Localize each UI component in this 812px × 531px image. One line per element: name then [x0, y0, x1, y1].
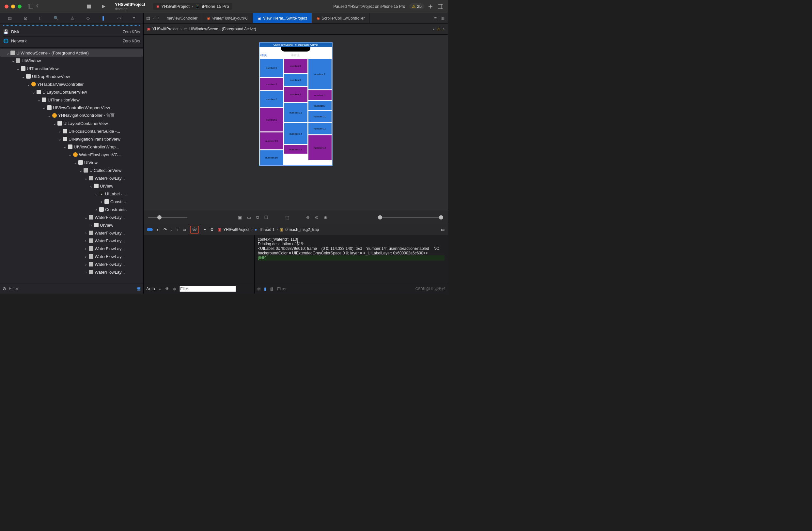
tree-node[interactable]: ⌄UIDropShadowView — [0, 72, 143, 80]
add-tab-icon[interactable] — [428, 4, 433, 9]
tree-node[interactable]: ›WaterFlowLay... — [0, 260, 143, 268]
next-issue-icon[interactable]: › — [443, 27, 445, 31]
zoom-slider[interactable] — [148, 217, 187, 218]
tree-node[interactable]: ›UIFocusContainerGuide -... — [0, 127, 143, 135]
report-nav-icon[interactable]: ≡ — [133, 16, 135, 20]
memory-graph-icon[interactable]: ⚭ — [203, 227, 206, 232]
disk-metric[interactable]: 💾 Disk Zero KB/s — [3, 28, 140, 35]
issue-nav-icon[interactable]: ⚠ — [71, 16, 74, 20]
tree-node[interactable]: ⌄UIView — [0, 159, 143, 166]
trash-icon[interactable]: 🗑 — [270, 286, 274, 291]
tree-node[interactable]: ⌄YHTabbarViewController — [0, 80, 143, 88]
scope-icon[interactable]: ▦ — [137, 286, 141, 291]
tab-scrollercoll[interactable]: ◉ScrollerColl...wController — [312, 13, 370, 23]
tree-node[interactable]: ⌄UIView — [0, 182, 143, 190]
source-control-nav-icon[interactable]: ⊠ — [24, 16, 27, 20]
tree-node[interactable]: ⌄UICollectionView — [0, 166, 143, 174]
breakpoints-toggle[interactable] — [147, 228, 153, 231]
assistant-icon[interactable]: ▥ — [440, 16, 445, 20]
stack-icon[interactable]: ❏ — [264, 215, 268, 220]
view-debugger-canvas[interactable]: UIWindowScene - (Foreground Active) ‹首页 … — [144, 34, 448, 211]
scheme-selector[interactable]: ▣ YHSwiftProject › 📱 iPhone 15 Pro — [153, 3, 232, 10]
variables-view[interactable]: Auto ⌄ 👁 ⊜ — [144, 235, 255, 294]
jump-bar[interactable]: ▣ YHSwiftProject › ▭ UIWindowScene - (Fo… — [144, 24, 448, 34]
tab-view-hierarchy[interactable]: ▣View Hierar...SwiftProject — [253, 13, 312, 23]
path-project[interactable]: YHSwiftProject — [153, 27, 178, 31]
run-button[interactable] — [101, 4, 106, 9]
continue-icon[interactable]: ▸| — [157, 227, 160, 232]
tree-node[interactable]: ⌄UITransitionView — [0, 64, 143, 72]
sidebar-toggle-icon[interactable] — [28, 4, 33, 9]
filter-icon[interactable]: ⊜ — [3, 286, 6, 291]
tab-fwd-icon[interactable]: › — [158, 16, 159, 20]
step-over-icon[interactable]: ↷ — [163, 227, 167, 232]
zoom-out-icon[interactable]: ⊖ — [306, 215, 310, 220]
zoom-window[interactable] — [18, 4, 21, 9]
network-metric[interactable]: 🌐 Network Zero KB/s — [3, 37, 140, 45]
env-overrides-icon[interactable]: ⚙ — [210, 227, 214, 232]
depth-slider[interactable] — [378, 217, 443, 218]
tree-node[interactable]: ⌄UIWindow — [0, 57, 143, 64]
zoom-actual-icon[interactable]: ⊙ — [315, 215, 319, 220]
tree-node[interactable]: ›WaterFlowLay... — [0, 245, 143, 252]
step-into-icon[interactable]: ↓ — [171, 227, 173, 232]
tree-node[interactable]: ›UIView — [0, 221, 143, 229]
device-preview[interactable]: UIWindowScene - (Foreground Active) ‹首页 … — [259, 42, 333, 166]
variables-filter-input[interactable] — [179, 286, 236, 292]
stop-button[interactable] — [87, 4, 91, 9]
filter-icon[interactable]: ⊜ — [173, 286, 176, 291]
tree-node[interactable]: ⌄UITransitionView — [0, 96, 143, 104]
path-scene[interactable]: UIWindowScene - (Foreground Active) — [189, 27, 256, 31]
orient-3d-icon[interactable]: ⬚ — [285, 215, 289, 220]
tab-list-icon[interactable]: ▤ — [146, 16, 150, 20]
debug-crumb[interactable]: ▣ YHSwiftProject› ● Thread 1› ▣ 0 mach_m… — [218, 227, 319, 232]
console-filter-input[interactable] — [277, 286, 412, 291]
close-window[interactable] — [4, 4, 9, 9]
toggle-panel-icon[interactable]: ▭ — [441, 227, 445, 232]
console-menu-icon[interactable]: ⊜ — [257, 286, 261, 291]
tree-node[interactable]: ⌄WaterFlowLay... — [0, 213, 143, 221]
console-output[interactable]: context ["waterId": 110]Printing descrip… — [255, 235, 448, 284]
issues-badge[interactable]: ⚠ 25 — [409, 3, 424, 10]
tree-node[interactable]: ›Constr... — [0, 198, 143, 206]
debug-view-icon[interactable]: ▭ — [183, 227, 186, 232]
tab-back-icon[interactable]: ‹ — [154, 16, 155, 20]
project-nav-icon[interactable]: ▤ — [8, 16, 12, 20]
tree-node[interactable]: ⌄UILayoutContainerView — [0, 119, 143, 127]
tree-node[interactable]: ⌄WaterFlowLay... — [0, 174, 143, 182]
bookmark-nav-icon[interactable]: ▯ — [39, 16, 41, 20]
find-nav-icon[interactable]: 🔍 — [54, 16, 59, 20]
tree-node[interactable]: ⌄YHNavigationController - 首页 — [0, 112, 143, 119]
clip-icon[interactable]: ▣ — [238, 215, 242, 220]
library-icon[interactable] — [438, 4, 443, 9]
tree-node[interactable]: ⌄UILayoutContainerView — [0, 88, 143, 96]
debug-nav-icon[interactable]: ❚ — [102, 16, 105, 20]
tree-node[interactable]: ›Constraints — [0, 206, 143, 213]
tree-node[interactable]: ⌄UIViewControllerWrapperView — [0, 104, 143, 112]
view-debugger-icon[interactable] — [190, 226, 199, 234]
tab-waterflowlayoutvc[interactable]: ◉WaterFlowLayoutVC — [202, 13, 253, 23]
tree-node[interactable]: ⌄UIViewControllerWrap... — [0, 143, 143, 151]
step-out-icon[interactable]: ↑ — [177, 227, 178, 232]
breakpoint-nav-icon[interactable]: ▭ — [117, 16, 121, 20]
constraints-icon[interactable]: ▭ — [247, 215, 251, 220]
layers-icon[interactable]: ⧉ — [256, 215, 259, 220]
tree-node[interactable]: ⌄WaterFlowLayoutVC... — [0, 151, 143, 159]
minimize-window[interactable] — [11, 4, 15, 9]
editor-options-icon[interactable]: ≡ — [434, 16, 437, 20]
tree-node[interactable]: ›WaterFlowLay... — [0, 252, 143, 260]
prev-issue-icon[interactable]: ‹ — [433, 27, 434, 31]
variables-scope[interactable]: Auto — [146, 286, 155, 291]
nav-back-icon[interactable] — [36, 4, 41, 9]
tree-node[interactable]: ›WaterFlowLay... — [0, 268, 143, 276]
eye-icon[interactable]: 👁 — [165, 286, 169, 291]
tree-node[interactable]: ›WaterFlowLay... — [0, 229, 143, 237]
tree-node[interactable]: ⌄LUILabel -... — [0, 190, 143, 198]
tree-node[interactable]: ›WaterFlowLay... — [0, 237, 143, 245]
tree-node[interactable]: ⌄UIWindowScene - (Foreground Active) — [0, 49, 143, 57]
navigator-filter-input[interactable] — [9, 286, 134, 291]
tab-meviewcontroller[interactable]: meViewController — [162, 13, 202, 23]
zoom-in-icon[interactable]: ⊕ — [324, 215, 327, 220]
console-scope-icon[interactable]: ▮ — [264, 286, 266, 291]
test-nav-icon[interactable]: ◇ — [86, 16, 90, 20]
